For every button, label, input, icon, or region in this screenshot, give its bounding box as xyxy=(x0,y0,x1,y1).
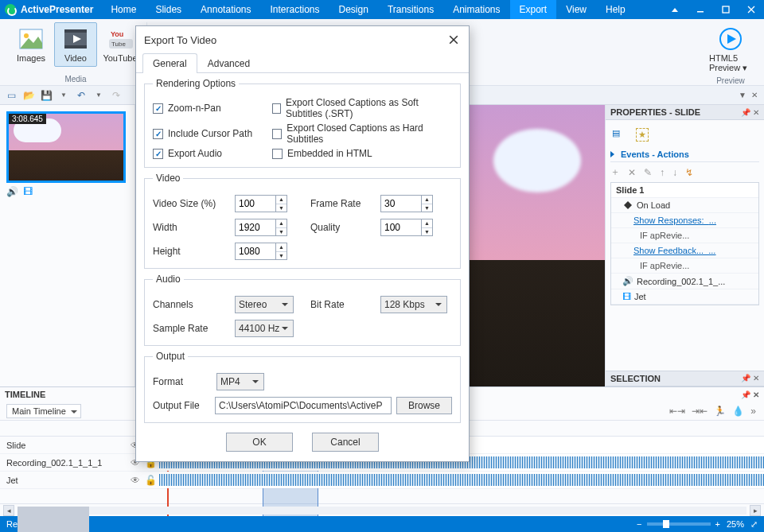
slide-thumbnail[interactable]: 3:08.645 xyxy=(6,111,126,183)
timeline-selector[interactable]: Main Timeline xyxy=(6,404,81,418)
tl-more-icon[interactable]: » xyxy=(750,406,756,417)
delete-event-icon[interactable]: ✕ xyxy=(628,167,636,178)
output-file-input[interactable]: C:\Users\AtomiPC\Documents\ActiveP xyxy=(215,397,392,414)
undo-dropdown-icon[interactable]: ▼ xyxy=(92,89,105,102)
menu-export[interactable]: Export xyxy=(510,0,557,19)
menu-annotations[interactable]: Annotations xyxy=(191,0,260,19)
fit-icon[interactable]: ⤢ xyxy=(750,519,758,530)
video-size-input[interactable]: ▲▼ xyxy=(235,195,287,212)
event-condition[interactable]: IF apRevie... xyxy=(611,228,758,243)
panel-pin-icon[interactable]: 📌 ✕ xyxy=(741,108,759,117)
menu-slides[interactable]: Slides xyxy=(146,0,191,19)
menu-view[interactable]: View xyxy=(556,0,596,19)
scroll-thumb[interactable] xyxy=(18,507,89,533)
tl-tool-icon[interactable]: ⇤⇥ xyxy=(669,406,685,417)
undo-icon[interactable]: ↶ xyxy=(75,89,88,102)
timeline-row[interactable]: Jet 👁🔓 xyxy=(0,472,764,489)
export-audio-checkbox[interactable]: ✓Export Audio xyxy=(153,148,256,159)
zoom-out-button[interactable]: − xyxy=(637,519,641,529)
move-up-icon[interactable]: ↑ xyxy=(660,167,665,178)
tl-tool-icon[interactable]: ⇥⇤ xyxy=(692,406,707,417)
event-onload-node[interactable]: On Load xyxy=(611,198,758,213)
svg-text:You: You xyxy=(111,30,123,38)
ribbon-collapse-icon[interactable] xyxy=(662,0,688,19)
panel-dropdown-icon[interactable]: ▼ xyxy=(737,91,748,99)
tl-runner-icon[interactable]: 🏃 xyxy=(714,406,726,417)
zoom-n-pan-checkbox[interactable]: ✓Zoom-n-Pan xyxy=(153,97,256,119)
ribbon-group-media: Images Video YouTube YouTube Media xyxy=(5,22,147,83)
video-width-input[interactable]: ▲▼ xyxy=(235,219,287,236)
cc-hard-checkbox[interactable]: Export Closed Captions as Hard Subtitles xyxy=(272,122,452,145)
image-icon xyxy=(18,26,44,52)
cc-soft-checkbox[interactable]: Export Closed Captions as Soft Subtitles… xyxy=(272,97,452,119)
eye-icon[interactable]: 👁 xyxy=(131,475,140,486)
resource-item[interactable]: 🎞 Jet xyxy=(611,289,758,305)
menu-interactions[interactable]: Interactions xyxy=(260,0,329,19)
slides-panel: 3:08.645 🔊 🎞 xyxy=(0,105,135,386)
event-condition[interactable]: IF apRevie... xyxy=(611,258,758,274)
video-height-input[interactable]: ▲▼ xyxy=(235,243,287,260)
panel-close-icon[interactable]: ✕ xyxy=(750,91,759,99)
scroll-right-button[interactable]: ▸ xyxy=(750,505,761,516)
tab-general[interactable]: General xyxy=(142,53,197,73)
svg-rect-6 xyxy=(64,45,87,49)
properties-tab-icon[interactable]: ▤ xyxy=(612,128,620,142)
window-close-button[interactable] xyxy=(739,0,764,19)
menubar: ActivePresenter HomeSlidesAnnotationsInt… xyxy=(0,0,764,19)
video-button[interactable]: Video xyxy=(54,22,97,67)
window-maximize-button[interactable] xyxy=(713,0,739,19)
channels-select[interactable]: Stereo xyxy=(235,296,294,313)
video-label: Video xyxy=(64,53,87,63)
quality-input[interactable]: ▲▼ xyxy=(380,219,433,236)
format-select[interactable]: MP4 xyxy=(216,373,264,390)
scroll-left-button[interactable]: ◂ xyxy=(3,505,14,516)
cursor-path-checkbox[interactable]: ✓Include Cursor Path xyxy=(153,122,256,145)
timeline-scrollbar[interactable]: ◂ ▸ xyxy=(0,503,764,516)
save-dropdown-icon[interactable]: ▼ xyxy=(57,89,70,102)
dialog-titlebar[interactable]: Export To Video xyxy=(136,26,469,53)
menu-design[interactable]: Design xyxy=(329,0,378,19)
selection-pin-icon[interactable]: 📌 ✕ xyxy=(741,374,759,383)
menu-animations[interactable]: Animations xyxy=(443,0,509,19)
zoom-in-button[interactable]: + xyxy=(715,519,720,529)
timeline-toolbar: ⇤⇥ ⇥⇤ 🏃 💧 » xyxy=(669,406,764,417)
event-action-link[interactable]: Show Responses: ... xyxy=(611,213,758,228)
frame-rate-input[interactable]: ▲▼ xyxy=(380,195,433,212)
redo-icon[interactable]: ↷ xyxy=(110,89,123,102)
html5-preview-button[interactable]: HTML5 Preview ▾ xyxy=(707,22,754,76)
cancel-button[interactable]: Cancel xyxy=(312,433,379,452)
move-down-icon[interactable]: ↓ xyxy=(672,167,677,178)
status-bar: Ready − + 25% ⤢ xyxy=(0,516,764,532)
browse-button[interactable]: Browse xyxy=(396,397,452,414)
flash-icon[interactable]: ↯ xyxy=(685,167,693,178)
zoom-slider[interactable] xyxy=(647,522,711,526)
timeline-pin-icon[interactable]: 📌 ✕ xyxy=(741,390,759,399)
bit-rate-select[interactable]: 128 Kbps xyxy=(380,296,447,313)
sample-rate-select[interactable]: 44100 Hz xyxy=(235,320,294,337)
event-slide-node[interactable]: Slide 1 xyxy=(611,183,758,198)
menu-home[interactable]: Home xyxy=(101,0,146,19)
open-icon[interactable]: 📂 xyxy=(22,89,35,102)
save-icon[interactable]: 💾 xyxy=(40,89,53,102)
tl-drop-icon[interactable]: 💧 xyxy=(732,406,744,417)
diamond-icon xyxy=(624,201,632,209)
edit-event-icon[interactable]: ✎ xyxy=(644,167,652,178)
chevron-down-icon: ▾ xyxy=(743,63,747,72)
menu-help[interactable]: Help xyxy=(596,0,635,19)
ok-button[interactable]: OK xyxy=(226,433,293,452)
images-button[interactable]: Images xyxy=(10,22,53,67)
window-minimize-button[interactable] xyxy=(688,0,713,19)
new-icon[interactable]: ▭ xyxy=(5,89,18,102)
properties-panel: PROPERTIES - SLIDE 📌 ✕ ▤ ★ Events - Acti… xyxy=(605,105,764,386)
events-actions-header[interactable]: Events - Actions xyxy=(610,150,759,162)
tab-advanced[interactable]: Advanced xyxy=(197,53,260,73)
embedded-html-checkbox[interactable]: Embedded in HTML xyxy=(272,148,372,159)
lock-icon[interactable]: 🔓 xyxy=(145,475,157,486)
resource-item[interactable]: 🔊 Recording_002.1_1_... xyxy=(611,274,758,289)
event-action-link[interactable]: Show Feedback... ... xyxy=(611,243,758,258)
app-logo-icon xyxy=(5,4,16,15)
menu-transitions[interactable]: Transitions xyxy=(378,0,443,19)
star-tab-icon[interactable]: ★ xyxy=(636,128,649,142)
add-event-icon[interactable]: ＋ xyxy=(610,165,620,179)
dialog-close-button[interactable] xyxy=(446,33,461,47)
